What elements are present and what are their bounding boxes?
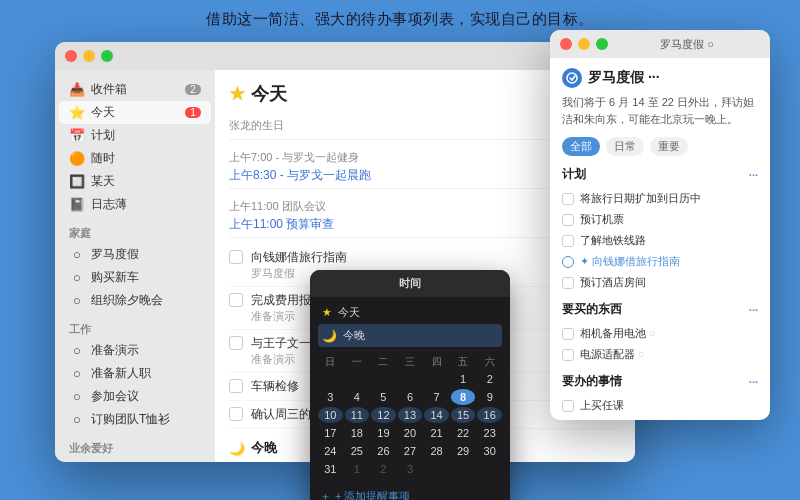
detail-checkbox-3[interactable] <box>562 235 574 247</box>
sidebar-item-tshirt[interactable]: ○ 订购团队T恤衫 <box>59 408 211 431</box>
detail-title: 罗马度假 ○ <box>660 37 714 52</box>
circle-icon-5: ○ <box>69 366 85 381</box>
detail-checkbox-4[interactable] <box>562 256 574 268</box>
sidebar-section-work: 工作 ○ 准备演示 ○ 准备新人职 ○ 参加会议 ○ 订购团队T恤衫 <box>55 316 215 431</box>
sidebar-item-onboard[interactable]: ○ 准备新人职 <box>59 362 211 385</box>
cal-today-item[interactable]: ★ 今天 <box>318 301 502 324</box>
sidebar-section-hobby: 业余爱好 ○ 学习意大利语 ○ 参加马拉松 <box>55 435 215 462</box>
sidebar: 📥 收件箱 2 ⭐ 今天 1 📅 计划 🟠 随时 <box>55 70 215 462</box>
calendar-header: 时间 <box>310 270 510 297</box>
sidebar-header-hobby: 业余爱好 <box>55 435 215 458</box>
detail-task-subway[interactable]: 了解地铁线路 <box>562 230 758 251</box>
detail-task-calendar[interactable]: 将旅行日期扩加到日历中 <box>562 188 758 209</box>
sidebar-item-rome-trip[interactable]: ○ 罗马度假 <box>59 243 211 266</box>
task-checkbox[interactable] <box>229 250 243 264</box>
circle-icon-7: ○ <box>69 412 85 427</box>
detail-task-adapter[interactable]: 电源适配器 ○ <box>562 344 758 365</box>
buy-more-button[interactable]: ··· <box>749 304 758 316</box>
circle-icon: ○ <box>69 247 85 262</box>
calendar-list: ★ 今天 🌙 今晚 <box>310 297 510 351</box>
toggle-all-button[interactable]: 全部 <box>562 137 600 156</box>
detail-project-title: 罗马度假 ··· <box>562 68 758 88</box>
project-icon <box>562 68 582 88</box>
cal-tonight-item[interactable]: 🌙 今晚 <box>318 324 502 347</box>
detail-todo-section: 要办的事情 ··· <box>562 373 758 390</box>
sidebar-item-scheduled[interactable]: 📅 计划 <box>59 124 211 147</box>
logbook-icon: 📓 <box>69 197 85 212</box>
svg-point-0 <box>567 73 577 83</box>
detail-checkbox-2[interactable] <box>562 214 574 226</box>
sidebar-header-work: 工作 <box>55 316 215 339</box>
task-checkbox-2[interactable] <box>229 293 243 307</box>
detail-task-lesson[interactable]: 上买任课 <box>562 395 758 416</box>
window-titlebar <box>55 42 635 70</box>
detail-checkbox-8[interactable] <box>562 400 574 412</box>
tonight-icon: 🌙 <box>229 441 245 456</box>
detail-close-button[interactable] <box>560 38 572 50</box>
sidebar-item-demo[interactable]: ○ 准备演示 <box>59 339 211 362</box>
detail-titlebar: 罗马度假 ○ <box>550 30 770 58</box>
cal-star-icon: ★ <box>322 306 332 319</box>
detail-task-vatican[interactable]: 梵蒂冈一日游 <box>562 416 758 420</box>
circle-icon-4: ○ <box>69 343 85 358</box>
mini-calendar-popup: 时间 ★ 今天 🌙 今晚 日 一 二 三 四 五 六 1 2 3 <box>310 270 510 500</box>
anytime-icon: 🟠 <box>69 151 85 166</box>
detail-task-hotel[interactable]: 预订酒店房间 <box>562 272 758 293</box>
calendar-days: 1 2 3 4 5 6 7 8 9 10 11 12 13 14 15 16 1… <box>318 371 502 477</box>
sidebar-item-party[interactable]: ○ 组织除夕晚会 <box>59 289 211 312</box>
close-button[interactable] <box>65 50 77 62</box>
detail-description: 我们将于 6 月 14 至 22 日外出，拜访妲洁和朱向东，可能在北京玩一晚上。 <box>562 94 758 127</box>
sidebar-item-meeting[interactable]: ○ 参加会议 <box>59 385 211 408</box>
circle-icon-6: ○ <box>69 389 85 404</box>
minimize-button[interactable] <box>83 50 95 62</box>
todo-more-button[interactable]: ··· <box>749 376 758 388</box>
detail-panel: 罗马度假 ○ 罗马度假 ··· 我们将于 6 月 14 至 22 日外出，拜访妲… <box>550 30 770 420</box>
detail-task-flight[interactable]: 预订机票 <box>562 209 758 230</box>
detail-checkbox-5[interactable] <box>562 277 574 289</box>
calendar-grid: 日 一 二 三 四 五 六 1 2 3 4 5 6 7 8 9 10 11 12 <box>310 351 510 485</box>
detail-minimize-button[interactable] <box>578 38 590 50</box>
today-star-icon: ★ <box>229 83 245 105</box>
detail-checkbox-6[interactable] <box>562 328 574 340</box>
plus-icon: ＋ <box>320 489 331 500</box>
sidebar-item-logbook[interactable]: 📓 日志薄 <box>59 193 211 216</box>
today-icon: ⭐ <box>69 105 85 120</box>
toggle-important-button[interactable]: 重要 <box>650 137 688 156</box>
calendar-icon: 📅 <box>69 128 85 143</box>
detail-plan-section: 计划 ··· <box>562 166 758 183</box>
task-checkbox-5[interactable] <box>229 407 243 421</box>
circle-icon-2: ○ <box>69 270 85 285</box>
detail-task-guide[interactable]: ✦ 向钱娜借旅行指南 <box>562 251 758 272</box>
sidebar-item-new-car[interactable]: ○ 购买新车 <box>59 266 211 289</box>
cal-moon-icon: 🌙 <box>322 329 337 343</box>
sidebar-main-section: 📥 收件箱 2 ⭐ 今天 1 📅 计划 🟠 随时 <box>55 78 215 216</box>
task-checkbox-4[interactable] <box>229 379 243 393</box>
detail-body: 罗马度假 ··· 我们将于 6 月 14 至 22 日外出，拜访妲洁和朱向东，可… <box>550 58 770 420</box>
calendar-weekdays: 日 一 二 三 四 五 六 <box>318 355 502 369</box>
maximize-button[interactable] <box>101 50 113 62</box>
sidebar-section-family: 家庭 ○ 罗马度假 ○ 购买新车 ○ 组织除夕晚会 <box>55 220 215 312</box>
sidebar-item-someday[interactable]: 🔲 某天 <box>59 170 211 193</box>
task-checkbox-3[interactable] <box>229 336 243 350</box>
detail-checkbox-1[interactable] <box>562 193 574 205</box>
detail-maximize-button[interactable] <box>596 38 608 50</box>
detail-checkbox-7[interactable] <box>562 349 574 361</box>
sidebar-header-family: 家庭 <box>55 220 215 243</box>
sidebar-item-today[interactable]: ⭐ 今天 1 <box>59 101 211 124</box>
sidebar-item-inbox[interactable]: 📥 收件箱 2 <box>59 78 211 101</box>
someday-icon: 🔲 <box>69 174 85 189</box>
detail-buy-section: 要买的东西 ··· <box>562 301 758 318</box>
inbox-icon: 📥 <box>69 82 85 97</box>
circle-icon-3: ○ <box>69 293 85 308</box>
detail-toggle-group: 全部 日常 重要 <box>562 137 758 156</box>
detail-task-battery[interactable]: 相机备用电池 ○ <box>562 323 758 344</box>
calendar-add-button[interactable]: ＋ + 添加提醒事项 <box>310 485 510 500</box>
toggle-daily-button[interactable]: 日常 <box>606 137 644 156</box>
plan-more-button[interactable]: ··· <box>749 169 758 181</box>
sidebar-item-anytime[interactable]: 🟠 随时 <box>59 147 211 170</box>
sidebar-item-italian[interactable]: ○ 学习意大利语 <box>59 458 211 462</box>
